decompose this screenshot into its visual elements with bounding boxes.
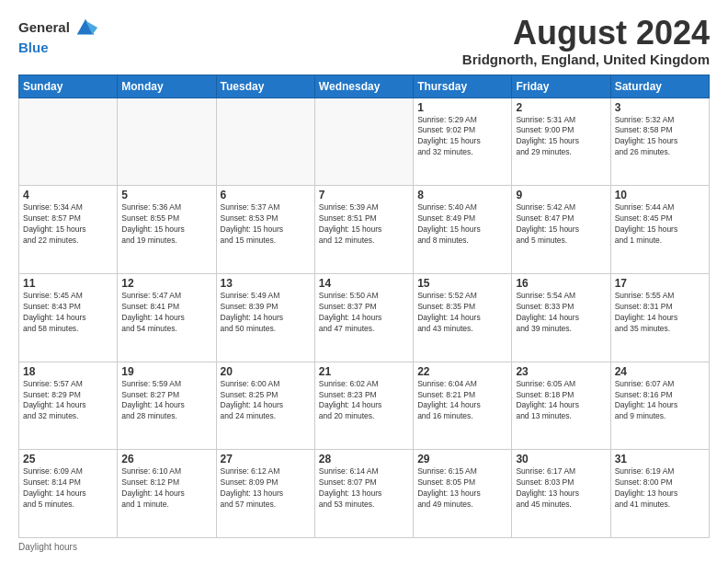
calendar-day-cell: 18Sunrise: 5:57 AM Sunset: 8:29 PM Dayli… xyxy=(19,362,118,450)
day-info: Sunrise: 6:17 AM Sunset: 8:03 PM Dayligh… xyxy=(516,466,606,511)
day-number: 14 xyxy=(319,277,409,290)
calendar-day-cell: 7Sunrise: 5:39 AM Sunset: 8:51 PM Daylig… xyxy=(314,186,413,274)
day-number: 1 xyxy=(417,101,507,114)
day-number: 4 xyxy=(23,189,113,201)
calendar-day-cell xyxy=(19,98,118,186)
footer-note: Daylight hours xyxy=(18,542,710,552)
page: General Blue August 2024 Bridgnorth, Eng… xyxy=(0,0,728,563)
title-block: August 2024 Bridgnorth, England, United … xyxy=(462,15,710,67)
day-number: 20 xyxy=(221,365,311,378)
calendar-day-cell: 28Sunrise: 6:14 AM Sunset: 8:07 PM Dayli… xyxy=(314,450,413,538)
calendar-day-cell: 30Sunrise: 6:17 AM Sunset: 8:03 PM Dayli… xyxy=(512,450,610,538)
day-info: Sunrise: 6:00 AM Sunset: 8:25 PM Dayligh… xyxy=(221,379,311,423)
calendar-day-cell: 9Sunrise: 5:42 AM Sunset: 8:47 PM Daylig… xyxy=(512,186,610,274)
calendar-week-row: 25Sunrise: 6:09 AM Sunset: 8:14 PM Dayli… xyxy=(19,450,710,538)
calendar-day-cell: 5Sunrise: 5:36 AM Sunset: 8:55 PM Daylig… xyxy=(118,186,216,274)
day-number: 3 xyxy=(615,101,705,114)
calendar-header-row: SundayMondayTuesdayWednesdayThursdayFrid… xyxy=(19,75,710,98)
day-number: 29 xyxy=(417,453,507,465)
day-number: 23 xyxy=(516,365,606,378)
calendar-day-cell: 15Sunrise: 5:52 AM Sunset: 8:35 PM Dayli… xyxy=(414,273,512,362)
day-info: Sunrise: 5:57 AM Sunset: 8:29 PM Dayligh… xyxy=(23,379,113,423)
calendar-week-row: 11Sunrise: 5:45 AM Sunset: 8:43 PM Dayli… xyxy=(19,273,710,362)
day-info: Sunrise: 5:54 AM Sunset: 8:33 PM Dayligh… xyxy=(516,291,606,335)
day-number: 18 xyxy=(23,365,113,378)
day-number: 17 xyxy=(615,277,705,290)
calendar-day-cell: 13Sunrise: 5:49 AM Sunset: 8:39 PM Dayli… xyxy=(216,273,314,362)
calendar-day-cell: 16Sunrise: 5:54 AM Sunset: 8:33 PM Dayli… xyxy=(512,273,610,362)
day-number: 24 xyxy=(615,365,705,378)
calendar-day-header: Sunday xyxy=(19,75,118,98)
day-info: Sunrise: 6:19 AM Sunset: 8:00 PM Dayligh… xyxy=(615,466,705,511)
day-info: Sunrise: 6:15 AM Sunset: 8:05 PM Dayligh… xyxy=(417,466,507,511)
calendar-week-row: 4Sunrise: 5:34 AM Sunset: 8:57 PM Daylig… xyxy=(19,186,710,274)
day-info: Sunrise: 5:29 AM Sunset: 9:02 PM Dayligh… xyxy=(417,115,507,159)
day-number: 2 xyxy=(516,101,606,114)
calendar-day-cell: 12Sunrise: 5:47 AM Sunset: 8:41 PM Dayli… xyxy=(118,273,216,362)
calendar-week-row: 18Sunrise: 5:57 AM Sunset: 8:29 PM Dayli… xyxy=(19,362,710,450)
calendar-day-cell: 1Sunrise: 5:29 AM Sunset: 9:02 PM Daylig… xyxy=(414,98,512,186)
calendar-day-cell: 3Sunrise: 5:32 AM Sunset: 8:58 PM Daylig… xyxy=(610,98,709,186)
day-number: 19 xyxy=(121,365,211,378)
day-info: Sunrise: 6:10 AM Sunset: 8:12 PM Dayligh… xyxy=(121,466,211,511)
day-info: Sunrise: 5:31 AM Sunset: 9:00 PM Dayligh… xyxy=(516,115,606,159)
calendar-day-cell: 26Sunrise: 6:10 AM Sunset: 8:12 PM Dayli… xyxy=(118,450,216,538)
day-number: 10 xyxy=(615,189,705,201)
day-number: 25 xyxy=(23,453,113,465)
month-title: August 2024 xyxy=(462,15,710,52)
day-info: Sunrise: 6:02 AM Sunset: 8:23 PM Dayligh… xyxy=(319,379,409,423)
day-number: 21 xyxy=(319,365,409,378)
logo-blue: Blue xyxy=(18,40,99,54)
day-info: Sunrise: 5:49 AM Sunset: 8:39 PM Dayligh… xyxy=(221,291,311,335)
logo-icon xyxy=(74,15,99,40)
calendar-day-cell: 29Sunrise: 6:15 AM Sunset: 8:05 PM Dayli… xyxy=(414,450,512,538)
day-info: Sunrise: 6:14 AM Sunset: 8:07 PM Dayligh… xyxy=(319,466,409,511)
day-info: Sunrise: 5:55 AM Sunset: 8:31 PM Dayligh… xyxy=(615,291,705,335)
calendar-week-row: 1Sunrise: 5:29 AM Sunset: 9:02 PM Daylig… xyxy=(19,98,710,186)
day-info: Sunrise: 5:39 AM Sunset: 8:51 PM Dayligh… xyxy=(319,202,409,247)
day-info: Sunrise: 6:04 AM Sunset: 8:21 PM Dayligh… xyxy=(417,379,507,423)
calendar-day-header: Friday xyxy=(512,75,610,98)
calendar-table: SundayMondayTuesdayWednesdayThursdayFrid… xyxy=(18,75,710,538)
calendar-day-cell: 31Sunrise: 6:19 AM Sunset: 8:00 PM Dayli… xyxy=(610,450,709,538)
day-info: Sunrise: 6:05 AM Sunset: 8:18 PM Dayligh… xyxy=(516,379,606,423)
calendar-day-cell xyxy=(216,98,314,186)
day-number: 16 xyxy=(516,277,606,290)
logo: General Blue xyxy=(18,15,99,54)
calendar-day-cell: 8Sunrise: 5:40 AM Sunset: 8:49 PM Daylig… xyxy=(414,186,512,274)
day-info: Sunrise: 5:42 AM Sunset: 8:47 PM Dayligh… xyxy=(516,202,606,247)
day-info: Sunrise: 5:59 AM Sunset: 8:27 PM Dayligh… xyxy=(121,379,211,423)
day-info: Sunrise: 5:52 AM Sunset: 8:35 PM Dayligh… xyxy=(417,291,507,335)
day-number: 8 xyxy=(417,189,507,201)
calendar-day-cell: 14Sunrise: 5:50 AM Sunset: 8:37 PM Dayli… xyxy=(314,273,413,362)
day-number: 27 xyxy=(221,453,311,465)
day-info: Sunrise: 5:32 AM Sunset: 8:58 PM Dayligh… xyxy=(615,115,705,159)
day-number: 12 xyxy=(121,277,211,290)
day-number: 9 xyxy=(516,189,606,201)
day-info: Sunrise: 5:37 AM Sunset: 8:53 PM Dayligh… xyxy=(221,202,311,247)
calendar-day-cell: 11Sunrise: 5:45 AM Sunset: 8:43 PM Dayli… xyxy=(19,273,118,362)
calendar-day-cell: 4Sunrise: 5:34 AM Sunset: 8:57 PM Daylig… xyxy=(19,186,118,274)
calendar-day-header: Monday xyxy=(118,75,216,98)
day-info: Sunrise: 5:44 AM Sunset: 8:45 PM Dayligh… xyxy=(615,202,705,247)
logo-text: General xyxy=(18,20,70,36)
day-number: 13 xyxy=(221,277,311,290)
calendar-day-cell xyxy=(314,98,413,186)
day-number: 7 xyxy=(319,189,409,201)
day-number: 30 xyxy=(516,453,606,465)
calendar-day-cell xyxy=(118,98,216,186)
calendar-day-cell: 22Sunrise: 6:04 AM Sunset: 8:21 PM Dayli… xyxy=(414,362,512,450)
calendar-day-header: Tuesday xyxy=(216,75,314,98)
calendar-day-header: Thursday xyxy=(414,75,512,98)
day-info: Sunrise: 6:09 AM Sunset: 8:14 PM Dayligh… xyxy=(23,466,113,511)
location-title: Bridgnorth, England, United Kingdom xyxy=(462,52,710,67)
day-info: Sunrise: 6:12 AM Sunset: 8:09 PM Dayligh… xyxy=(221,466,311,511)
day-number: 11 xyxy=(23,277,113,290)
day-number: 28 xyxy=(319,453,409,465)
calendar-day-cell: 27Sunrise: 6:12 AM Sunset: 8:09 PM Dayli… xyxy=(216,450,314,538)
day-info: Sunrise: 5:50 AM Sunset: 8:37 PM Dayligh… xyxy=(319,291,409,335)
day-number: 22 xyxy=(417,365,507,378)
day-info: Sunrise: 5:36 AM Sunset: 8:55 PM Dayligh… xyxy=(121,202,211,247)
calendar-day-cell: 24Sunrise: 6:07 AM Sunset: 8:16 PM Dayli… xyxy=(610,362,709,450)
header: General Blue August 2024 Bridgnorth, Eng… xyxy=(18,15,710,67)
